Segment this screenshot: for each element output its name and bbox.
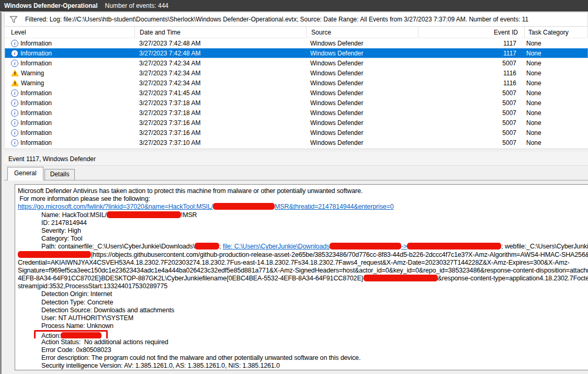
redaction-box bbox=[330, 243, 401, 250]
event-detail-line: User: NT AUTHORITY\SYSTEM bbox=[18, 314, 588, 322]
task-category-cell: None bbox=[523, 60, 588, 67]
event-row[interactable]: iInformation3/27/2023 7:42:48 AMWindows … bbox=[5, 38, 588, 48]
event-detail-text: Signature=f969ef5ca3eec150dc1e23623434ad… bbox=[18, 267, 588, 274]
level-label: Information bbox=[20, 129, 52, 137]
event-detail-line: Process Name: Unknown bbox=[18, 322, 588, 330]
event-list: Level Date and Time Source Event ID Task… bbox=[4, 27, 588, 149]
event-detail-text: Detection Source: Downloads and attachme… bbox=[41, 307, 174, 314]
tab-general[interactable]: General bbox=[7, 167, 43, 180]
warning-icon: ! bbox=[11, 70, 19, 76]
source-cell: Windows Defender bbox=[306, 40, 417, 47]
log-title: Windows Defender-Operational bbox=[4, 2, 98, 9]
event-detail-text: |https://objects.githubusercontent.com/g… bbox=[91, 251, 588, 258]
date-time-cell: 3/27/2023 7:42:34 AM bbox=[134, 80, 306, 87]
event-row[interactable]: iInformation3/27/2023 7:42:48 AMWindows … bbox=[5, 48, 588, 58]
event-row[interactable]: iInformation3/27/2023 7:37:18 AMWindows … bbox=[5, 108, 588, 118]
event-list-header: Level Date and Time Source Event ID Task… bbox=[5, 27, 588, 38]
date-time-cell: 3/27/2023 7:42:48 AM bbox=[134, 40, 306, 47]
event-detail-link[interactable]: MSR&threatid=2147814944&enterprise=0 bbox=[275, 203, 393, 210]
event-id-cell: 5007 bbox=[417, 99, 523, 107]
column-header-event-id[interactable]: Event ID bbox=[419, 27, 525, 38]
event-detail-text: Security intelligence Version: AV: 1.385… bbox=[41, 362, 280, 369]
event-detail-link[interactable]: -> bbox=[401, 243, 407, 250]
column-header-source[interactable]: Source bbox=[307, 27, 419, 38]
information-icon: i bbox=[11, 119, 18, 127]
source-cell: Windows Defender bbox=[306, 89, 417, 97]
level-cell: iInformation bbox=[5, 40, 134, 47]
event-description-box[interactable]: Microsoft Defender Antivirus has taken a… bbox=[15, 184, 588, 370]
event-row[interactable]: iInformation3/27/2023 7:37:16 AMWindows … bbox=[5, 128, 588, 138]
level-label: Information bbox=[20, 119, 52, 127]
event-detail-text: Credential=AKIAIWNJYAX4CSVEH53A4.18.2302… bbox=[18, 259, 570, 266]
event-detail-text: Severity: High bbox=[41, 227, 81, 234]
event-detail-text: Detection Type: Concrete bbox=[41, 299, 113, 306]
redaction-box bbox=[364, 275, 438, 281]
task-category-cell: None bbox=[523, 89, 588, 97]
redaction-box bbox=[18, 251, 91, 258]
level-cell: iInformation bbox=[5, 119, 134, 127]
event-detail-text: Path: containerfile:_C:\Users\CyberJunki… bbox=[41, 243, 195, 250]
level-cell: iInformation bbox=[5, 129, 134, 137]
event-row[interactable]: iInformation3/27/2023 7:42:34 AMWindows … bbox=[5, 58, 588, 68]
source-cell: Windows Defender bbox=[306, 70, 417, 77]
event-detail-line: Microsoft Defender Antivirus has taken a… bbox=[18, 187, 588, 195]
event-detail-text: For more information please see the foll… bbox=[18, 195, 150, 202]
event-viewer-window: { "title_bar": { "title": "Windows Defen… bbox=[0, 0, 588, 374]
level-label: Warning bbox=[21, 70, 44, 77]
task-category-cell: None bbox=[523, 50, 588, 57]
level-cell: iInformation bbox=[5, 99, 134, 107]
level-label: Information bbox=[20, 89, 52, 97]
task-category-cell: None bbox=[523, 40, 588, 47]
source-cell: Windows Defender bbox=[306, 129, 417, 137]
event-detail-text: ; webfile:_C:\Users\CyberJunkie\Downlo bbox=[501, 243, 588, 250]
event-row[interactable]: iInformation3/27/2023 7:37:16 AMWindows … bbox=[5, 118, 588, 128]
level-cell: iInformation bbox=[5, 89, 134, 97]
redaction-box bbox=[61, 332, 101, 338]
information-icon: i bbox=[11, 99, 18, 107]
event-id-cell: 5007 bbox=[417, 119, 523, 127]
filter-description-text: Filtered: Log: file://C:\Users\htb-stude… bbox=[25, 16, 528, 23]
information-icon: i bbox=[11, 40, 18, 47]
event-row[interactable]: iInformation3/27/2023 7:41:45 AMWindows … bbox=[5, 88, 588, 98]
level-cell: !Warning bbox=[5, 80, 134, 87]
date-time-cell: 3/27/2023 7:37:16 AM bbox=[134, 119, 306, 127]
level-cell: iInformation bbox=[5, 139, 134, 146]
filter-notification-bar: Filtered: Log: file://C:\Users\htb-stude… bbox=[4, 12, 588, 27]
date-time-cell: 3/27/2023 7:37:18 AM bbox=[134, 109, 306, 117]
information-icon: i bbox=[11, 139, 18, 146]
event-row[interactable]: !Warning3/27/2023 7:42:34 AMWindows Defe… bbox=[5, 78, 588, 88]
event-detail-line: Severity: High bbox=[18, 227, 588, 235]
level-cell: iInformation bbox=[5, 60, 134, 67]
level-label: Information bbox=[20, 99, 52, 107]
event-id-cell: 5007 bbox=[417, 139, 523, 146]
event-detail-text: Error description: The program could not… bbox=[41, 354, 360, 361]
event-row[interactable]: iInformation3/27/2023 7:37:10 AMWindows … bbox=[5, 138, 588, 148]
event-list-body: iInformation3/27/2023 7:42:48 AMWindows … bbox=[5, 38, 588, 148]
event-detail-link[interactable]: https://go.microsoft.com/fwlink/?linkid=… bbox=[18, 203, 213, 210]
pane-splitter[interactable] bbox=[4, 149, 588, 152]
task-category-cell: None bbox=[523, 80, 588, 87]
tab-details[interactable]: Details bbox=[44, 169, 75, 180]
event-detail-line: Error Code: 0x80508023 bbox=[18, 346, 588, 354]
column-header-level[interactable]: Level bbox=[5, 27, 135, 38]
column-header-date-time[interactable]: Date and Time bbox=[135, 27, 307, 38]
information-icon: i bbox=[11, 129, 18, 137]
detail-tab-strip: General Details bbox=[7, 166, 588, 180]
event-detail-text: Detection Origin: Internet bbox=[41, 290, 112, 298]
event-detail-text: Name: HackTool:MSIL/ bbox=[41, 211, 107, 219]
task-category-cell: None bbox=[523, 109, 588, 117]
event-detail-link[interactable]: file: C:\Users\CyberJunkie\Downloads bbox=[223, 243, 330, 250]
total-events-count: Number of events: 444 bbox=[105, 2, 168, 9]
event-detail-text: Action: bbox=[41, 332, 61, 338]
event-id-cell: 1117 bbox=[417, 40, 523, 47]
level-cell: !Warning bbox=[5, 70, 134, 77]
column-header-task-category[interactable]: Task Category bbox=[525, 27, 588, 38]
level-label: Information bbox=[20, 139, 52, 146]
event-row[interactable]: !Warning3/27/2023 7:42:34 AMWindows Defe… bbox=[5, 68, 588, 78]
task-category-cell: None bbox=[523, 139, 588, 146]
event-row[interactable]: iInformation3/27/2023 7:37:18 AMWindows … bbox=[5, 98, 588, 108]
event-detail-text: ID: 2147814944 bbox=[41, 219, 87, 226]
source-cell: Windows Defender bbox=[306, 50, 417, 57]
event-detail-line: Security intelligence Version: AV: 1.385… bbox=[18, 362, 588, 370]
source-cell: Windows Defender bbox=[306, 139, 417, 146]
